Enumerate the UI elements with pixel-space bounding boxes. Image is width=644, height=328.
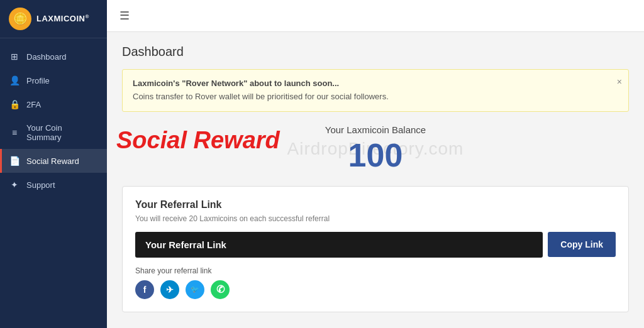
logo-text: LAXMICOIN® xyxy=(36,14,89,24)
sidebar-item-2fa[interactable]: 🔒 2FA xyxy=(0,92,107,116)
sidebar: 🪙 LAXMICOIN® ⊞ Dashboard 👤 Profile 🔒 2FA… xyxy=(0,0,107,328)
hamburger-icon[interactable]: ☰ xyxy=(119,9,130,23)
social-icons-row: f ✈ 🐦 ✆ xyxy=(135,280,616,299)
alert-banner: Laxmicoin's "Rover Network" about to lau… xyxy=(122,69,629,112)
whatsapp-share-icon[interactable]: ✆ xyxy=(211,280,230,299)
sidebar-label-profile: Profile xyxy=(26,76,50,85)
referral-input-row: Your Referral Link Copy Link xyxy=(135,232,616,258)
page-title: Dashboard xyxy=(122,45,629,59)
list-icon: ≡ xyxy=(9,128,20,138)
sidebar-label-support: Support xyxy=(26,180,55,190)
top-bar: ☰ xyxy=(107,0,644,32)
logo-icon: 🪙 xyxy=(9,8,31,30)
dashboard-icon: ⊞ xyxy=(9,52,20,62)
logo-trademark: ® xyxy=(85,14,89,19)
content-area: Dashboard Laxmicoin's "Rover Network" ab… xyxy=(107,32,644,328)
balance-label: Your Laxmicoin Balance xyxy=(122,124,629,135)
sidebar-item-dashboard[interactable]: ⊞ Dashboard xyxy=(0,45,107,68)
document-icon: 📄 xyxy=(9,156,20,166)
alert-line2: Coins transfer to Rover wallet will be p… xyxy=(133,90,618,104)
sidebar-label-dashboard: Dashboard xyxy=(26,52,67,62)
telegram-share-icon[interactable]: ✈ xyxy=(160,280,179,299)
referral-description: You will receive 20 Laxmicoins on each s… xyxy=(135,214,616,223)
facebook-share-icon[interactable]: f xyxy=(135,280,154,299)
sidebar-nav: ⊞ Dashboard 👤 Profile 🔒 2FA ≡ Your Coin … xyxy=(0,38,107,328)
lock-icon: 🔒 xyxy=(9,99,20,109)
sidebar-item-profile[interactable]: 👤 Profile xyxy=(0,68,107,92)
sidebar-item-coin-summary[interactable]: ≡ Your Coin Summary xyxy=(0,116,107,149)
alert-line1: Laxmicoin's "Rover Network" about to lau… xyxy=(133,77,618,90)
logo-name: LAXMICOIN xyxy=(36,14,85,23)
sidebar-item-social-reward[interactable]: 📄 Social Reward xyxy=(0,149,107,173)
balance-value: 100 xyxy=(122,138,629,173)
copy-link-button[interactable]: Copy Link xyxy=(548,232,616,257)
balance-section: AirdropDirectory.com Your Laxmicoin Bala… xyxy=(122,124,629,173)
twitter-share-icon[interactable]: 🐦 xyxy=(186,280,204,299)
sidebar-label-coin-summary: Your Coin Summary xyxy=(26,123,98,142)
sidebar-label-2fa: 2FA xyxy=(26,100,41,109)
main-content: ☰ Dashboard Laxmicoin's "Rover Network" … xyxy=(107,0,644,328)
share-label: Share your referral link xyxy=(135,266,616,275)
alert-close-button[interactable]: × xyxy=(617,75,622,89)
referral-title: Your Referral Link xyxy=(135,199,616,210)
alert-text-bold: Laxmicoin's "Rover Network" about to lau… xyxy=(133,79,339,88)
logo-area: 🪙 LAXMICOIN® xyxy=(0,0,107,38)
support-icon: ✦ xyxy=(9,180,20,190)
sidebar-label-social-reward: Social Reward xyxy=(26,156,79,166)
profile-icon: 👤 xyxy=(9,75,20,85)
referral-card: Your Referral Link You will receive 20 L… xyxy=(122,186,629,312)
logo-coin: 🪙 xyxy=(13,12,27,26)
sidebar-item-support[interactable]: ✦ Support xyxy=(0,173,107,197)
referral-link-display: Your Referral Link xyxy=(135,232,543,258)
